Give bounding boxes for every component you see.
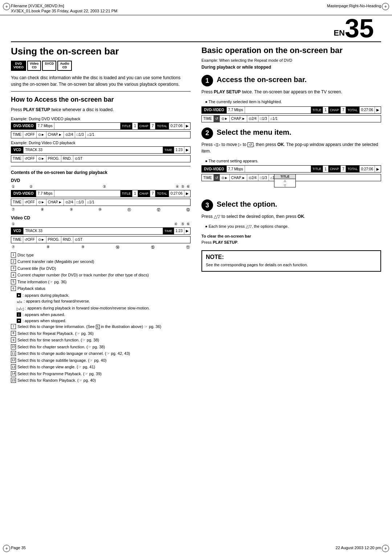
list-num: 13 xyxy=(11,364,16,369)
note-title: NOTE: xyxy=(206,254,377,260)
vnum14: ⑭ xyxy=(116,245,119,250)
osd-repeat: ↺OFF xyxy=(23,131,37,138)
step1-osd-row1: DVD-VIDEO 7.7 Mbps TITLE 1 CHAP 7 TOTAL … xyxy=(201,106,381,114)
right-main-title: Basic operation on the on-screen bar xyxy=(201,46,381,55)
vnum9: ⑨ xyxy=(81,245,85,250)
list-item: 5Time information (☞ pg. 36) xyxy=(11,279,191,285)
osd-mbps2: 7.7 Mbps xyxy=(36,190,54,197)
step3-bullet: ● Each time you press △▽, the options ch… xyxy=(205,223,381,230)
vcd-num-row-bottom: ⑦ ⑧ ⑨ ⑭ ⑮ ⑪ xyxy=(11,245,191,250)
num8: ⑧ xyxy=(41,207,44,212)
dvd-num-row-bottom: ⑦ ⑧ ⑨ ⑩ ⑪ ⑫ ⑬ xyxy=(11,207,191,212)
num1: ① xyxy=(12,185,15,189)
s2-chap-num: 7 xyxy=(341,166,346,172)
step2-osd-area: DVD-VIDEO 7.7 Mbps TITLE 1 CHAP 7 TOTAL … xyxy=(201,165,381,181)
header-left: Filename [XV3EX_08DVD.fm] XV3EX_01.book … xyxy=(11,4,117,13)
contents-heading: Contents of the on-screen bar during pla… xyxy=(11,170,191,175)
right-column: Basic operation on the on-screen bar Exa… xyxy=(201,46,381,386)
osd-time-val2: 1:23 xyxy=(174,228,184,234)
vnum11: ⑪ xyxy=(186,245,190,250)
num3: ③ xyxy=(33,185,176,189)
vnum6: ⑥ xyxy=(187,222,190,226)
osd-vcd-step: ⊙► xyxy=(37,155,46,162)
s1-title-num: 1 xyxy=(323,107,328,113)
step2-bullet: ● The current setting appears. xyxy=(205,158,381,164)
osd-repeat2: ↺OFF xyxy=(23,199,37,206)
s2-total: 0:27:06 xyxy=(360,166,375,172)
list-item: 12Select this to change subtitle languag… xyxy=(11,357,191,364)
vnum5: ⑤ xyxy=(181,222,184,226)
osd-spacer xyxy=(54,123,121,129)
list-item: 4Current chapter number (for DVD) or tra… xyxy=(11,272,191,278)
osd-dvd-contents-row1: DVD-VIDEO 7.7 Mbps TITLE 1 CHAP 7 TOTAL … xyxy=(11,190,191,197)
osd-angle: ⌂1/1 xyxy=(86,131,96,138)
list-num: 11 xyxy=(11,351,16,356)
s1-time: TIME xyxy=(202,116,214,122)
list-item: 8Select this for Repeat Playback. (☞ pg.… xyxy=(11,331,191,337)
note-box: NOTE: See the corresponding pages for de… xyxy=(201,250,381,272)
osd-spacer2 xyxy=(54,190,121,197)
bullet-play: ▶ : appears during playback. xyxy=(17,292,191,299)
step2-title: Select the menu item. xyxy=(217,127,291,137)
list-num: 6 xyxy=(11,286,16,291)
list-num: 8 xyxy=(11,331,16,336)
osd-chap-label: CHAP xyxy=(138,123,150,129)
list-item: 6Playback status xyxy=(11,285,191,292)
s1-disc: ⊙2/4 xyxy=(247,116,258,122)
step1-title: Access the on-screen bar. xyxy=(217,75,307,84)
dvd-num-row-top: ① ② ③ ④ ⑤ ⑥ xyxy=(11,185,191,189)
vnum7: ⑦ xyxy=(12,245,15,250)
step2-osd-row1: DVD-VIDEO 7.7 Mbps TITLE 1 CHAP 7 TOTAL … xyxy=(201,165,381,173)
page-number: 35 xyxy=(345,14,374,43)
press-text: Press PLAY SETUP twice whenever a disc i… xyxy=(11,106,191,113)
pause-icon: ‖ xyxy=(17,312,21,317)
step3-row: 3 Select the option. xyxy=(201,199,381,211)
num2: ② xyxy=(29,185,33,189)
s1-step: ⊙► xyxy=(220,116,230,122)
s2-time: TIME xyxy=(202,174,214,181)
right-example-label: Example: When selecting the Repeat mode … xyxy=(201,58,381,62)
filename-label: Filename [XV3EX_08DVD.fm] xyxy=(11,4,117,8)
list-num: 14 xyxy=(11,371,16,376)
osd-vcd-step2: ⊙► xyxy=(37,236,46,243)
list-item: 9Select this for time search function. (… xyxy=(11,337,191,343)
num6: ⑥ xyxy=(187,185,190,189)
osd-time: TIME xyxy=(11,131,23,138)
s2-play: ▶ xyxy=(375,166,381,172)
intro-text: You can check disc information while the… xyxy=(11,74,191,88)
step3-title: Select the option. xyxy=(217,199,277,209)
during-label: During playback or while stopped xyxy=(201,65,381,70)
badge-video-cd: Video CD xyxy=(27,61,41,71)
s2-title-num: 1 xyxy=(323,166,328,172)
list-item: 2Current transfer rate (Megabits per sec… xyxy=(11,259,191,265)
num11: ⑪ xyxy=(127,207,131,212)
s1-chap-btn: CHAP.► xyxy=(230,116,247,122)
osd-dvd-video-label: DVD-VIDEO xyxy=(11,123,36,129)
vcd-sub-heading: Video CD xyxy=(11,215,191,220)
step2-circle: 2 xyxy=(201,127,213,139)
osd-vcd-prog2: PROG. xyxy=(46,236,61,243)
s2-mbps: 7.7 Mbps xyxy=(227,166,245,172)
list-num: 4 xyxy=(11,272,16,278)
popup-arrow-dn: ▽ xyxy=(274,184,295,187)
en-label: EN xyxy=(334,28,345,37)
osd-disc: ⊙2/4 xyxy=(64,131,75,138)
list-num: 5 xyxy=(11,279,16,284)
vnum8: ⑧ xyxy=(46,245,50,250)
page-date-footer: 22 August 2003 12:20 pm xyxy=(336,546,381,550)
list-num: 9 xyxy=(11,337,16,343)
s1-frac: □1/3 xyxy=(258,116,269,122)
vnum1: ① xyxy=(12,222,15,226)
step1-press-text: Press PLAY SETUP twice. The on-screen ba… xyxy=(201,89,381,95)
s1-play: ▶ xyxy=(375,107,381,113)
osd-vcd-st: ⊙ST xyxy=(73,155,84,162)
badge-dvd-video: DVD VIDEO xyxy=(11,61,26,71)
osd-play-icon: ▶ xyxy=(184,123,190,129)
osd-chap-num2: 7 xyxy=(150,190,156,197)
play-icon: ▶ xyxy=(17,293,21,297)
example1-label: Example: During DVD VIDEO playback xyxy=(11,117,191,121)
osd-vcd-time: TIME xyxy=(11,155,23,162)
list-num: 2 xyxy=(11,259,16,264)
osd-disc2: ⊙2/4 xyxy=(64,199,75,206)
s2-disc: ⊙2/4 xyxy=(247,174,258,181)
